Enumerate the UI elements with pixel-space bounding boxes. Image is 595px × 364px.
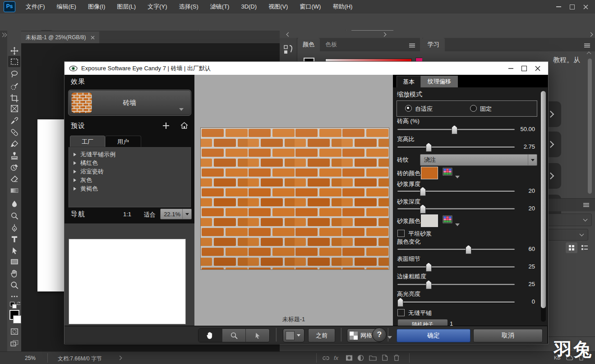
help-caret[interactable] [387,336,392,339]
window-minimize-button[interactable] [552,2,565,12]
slider-track-aspect[interactable] [397,146,515,148]
effect-selector-button[interactable]: 砖墙 [68,90,191,116]
dialog-maximize-button[interactable] [517,64,531,73]
shape-tool-icon[interactable] [10,257,19,266]
slider-handle[interactable] [420,187,426,196]
collapsed-panel-icon[interactable] [283,44,293,56]
slider-track-mortar-thickness[interactable] [397,191,515,192]
quick-mask-icon[interactable] [10,327,19,336]
swap-colors-icon[interactable] [16,301,21,306]
new-layer-icon[interactable] [382,354,388,361]
tab-swatches[interactable]: 色板 [320,38,342,51]
navigator-preview[interactable] [69,239,186,324]
tab-learn[interactable]: 学习 [422,38,445,51]
eyedropper-tool-icon[interactable] [10,116,19,125]
slider-track-mortar-depth[interactable] [397,208,515,209]
brick-pattern-caret[interactable] [528,155,537,165]
seamless-tile-label[interactable]: 无缝平铺 [408,309,432,317]
layer-mask-icon[interactable] [346,355,353,361]
slider-handle[interactable] [426,143,432,152]
slider-track-surface-detail[interactable] [397,266,515,268]
brick-color-caret[interactable] [455,176,460,178]
menu-window[interactable]: 窗口(W) [294,0,327,14]
layer-group-icon[interactable] [369,355,377,361]
status-zoom[interactable]: 25% [25,355,36,361]
preview-zoom-tool[interactable] [222,329,246,342]
preset-item[interactable]: 灰色 [69,176,191,184]
flat-mortar-checkbox[interactable] [397,230,405,237]
window-maximize-button[interactable] [565,2,579,12]
menu-filter[interactable]: 滤镜(T) [204,0,235,14]
slider-handle[interactable] [397,298,403,307]
expand-learn-panel-icon[interactable] [589,32,593,37]
random-seed-button[interactable]: 随机种子 [397,319,448,326]
dialog-minimize-button[interactable] [504,64,517,73]
home-preset-icon[interactable] [180,121,189,130]
zoom-tool-icon[interactable] [10,281,19,290]
expand-icon[interactable] [74,170,76,173]
dodge-tool-icon[interactable] [10,211,19,220]
dialog-close-button[interactable] [531,64,544,73]
window-close-button[interactable] [579,2,592,12]
ok-button[interactable]: 确定 [397,329,470,342]
panel-menu-icon[interactable] [583,203,590,207]
radio-adaptive-label[interactable]: 自适应 [415,105,433,113]
menu-3d[interactable]: 3D(D) [235,0,263,14]
menu-image[interactable]: 图像(I) [82,0,111,14]
brick-preview-image[interactable] [200,127,389,270]
slider-handle[interactable] [452,125,457,134]
radio-fixed[interactable] [470,105,477,112]
layer-effects-icon[interactable]: fx [334,355,338,361]
radio-adaptive[interactable] [405,105,412,112]
tab-color[interactable]: 颜色 [297,38,320,51]
crop-tool-icon[interactable] [10,94,19,103]
brush-tool-icon[interactable] [10,140,19,149]
expand-icon[interactable] [74,161,76,165]
expand-icon[interactable] [74,187,76,191]
menu-select[interactable]: 选择(S) [173,0,204,14]
screen-mode-icon[interactable] [10,339,19,348]
mortar-color-palette-icon[interactable] [443,215,452,224]
background-color-swatch[interactable] [13,315,21,323]
menu-view[interactable]: 视图(V) [263,0,294,14]
move-tool-icon[interactable] [10,46,19,55]
menu-type[interactable]: 文字(Y) [142,0,173,14]
radio-fixed-label[interactable]: 固定 [480,105,492,113]
slider-track-highlight-brightness[interactable] [397,301,515,303]
slider-track-color-variation[interactable] [397,249,515,250]
type-tool-icon[interactable] [10,235,19,244]
healing-brush-tool-icon[interactable] [10,128,19,137]
slider-handle[interactable] [426,280,432,289]
pen-tool-icon[interactable] [10,223,19,232]
preview-arrow-tool[interactable] [245,329,269,342]
preset-item[interactable]: 橘红色 [69,159,191,167]
brick-color-swatch[interactable] [421,167,438,179]
status-chevron-icon[interactable] [118,356,122,360]
panel-menu-icon[interactable] [584,43,590,48]
expand-icon[interactable] [74,178,76,182]
settings-scrollbar-track[interactable] [541,91,546,322]
mortar-color-swatch[interactable] [421,214,438,227]
nav-zoom-caret[interactable] [182,209,191,219]
mortar-color-caret[interactable] [455,223,460,226]
hand-tool-icon[interactable] [10,269,19,278]
blur-tool-icon[interactable] [10,200,19,209]
cancel-button[interactable]: 取消 [473,329,543,342]
path-selection-tool-icon[interactable] [10,246,19,255]
tab-close-icon[interactable] [91,36,95,40]
seamless-tile-checkbox[interactable] [397,309,405,316]
preset-tab-user[interactable]: 用户 [105,136,141,147]
before-button[interactable]: 之前 [308,328,335,342]
slider-handle[interactable] [466,245,471,254]
slider-handle[interactable] [426,263,432,272]
scroll-up-icon[interactable] [587,52,591,56]
preset-tab-factory[interactable]: 工厂 [70,136,105,147]
marquee-tool-icon[interactable] [10,57,19,66]
history-brush-tool-icon[interactable] [10,163,19,172]
slider-track-brick-height[interactable] [397,129,515,130]
gradient-tool-icon[interactable] [10,186,19,195]
delete-layer-icon[interactable] [393,354,400,361]
preview-hand-tool[interactable] [198,329,222,342]
help-button[interactable]: ? [372,328,387,342]
preset-item[interactable]: 无缝平铺示例 [69,150,191,159]
